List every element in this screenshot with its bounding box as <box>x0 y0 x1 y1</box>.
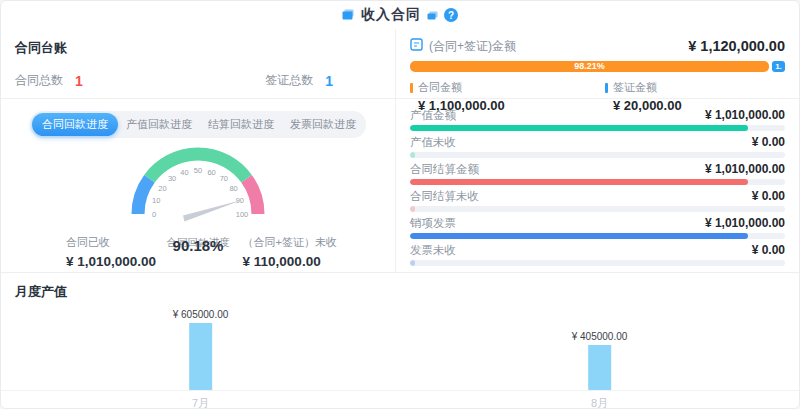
metric-bar-track <box>410 179 785 185</box>
amount-stacked-bar: 98.21% 1. <box>410 61 785 72</box>
received-label: 合同已收 <box>66 235 156 250</box>
page-title: 收入合同 <box>361 6 421 24</box>
contract-total-value: 1 <box>75 73 83 89</box>
contract-amount-pct: 98.21% <box>574 62 605 71</box>
metric-bar-fill <box>410 179 748 185</box>
ledger-title: 合同台账 <box>15 39 381 57</box>
contract-total: 合同总数 1 <box>15 72 83 89</box>
bar-column: ¥ 605000.007月 <box>173 302 229 409</box>
contract-ledger-panel: 合同台账 合同总数 1 签证总数 1 合同回款进度产值回款进度结算回款进度发票回… <box>1 29 396 272</box>
orange-chip-icon <box>410 83 413 93</box>
metric-bar-track <box>410 260 785 266</box>
top-section: 合同台账 合同总数 1 签证总数 1 合同回款进度产值回款进度结算回款进度发票回… <box>1 29 799 273</box>
gauge-tick-label: 100 <box>236 210 249 219</box>
metric-row: 合同结算金额¥ 1,010,000.00 <box>410 163 785 185</box>
bar[interactable] <box>189 323 212 390</box>
tab-2[interactable]: 结算回款进度 <box>200 113 282 136</box>
gauge-tick-label: 60 <box>207 168 215 177</box>
metric-value: ¥ 0.00 <box>752 136 785 149</box>
progress-tabs: 合同回款进度产值回款进度结算回款进度发票回款进度 <box>30 111 366 138</box>
metric-bar-fill <box>410 125 748 131</box>
gauge-tick-label: 40 <box>180 168 188 177</box>
contract-amount-segment: 98.21% <box>410 61 769 72</box>
metrics-list: 产值金额¥ 1,010,000.00产值未收¥ 0.00合同结算金额¥ 1,01… <box>396 99 799 266</box>
ledger-counts: 合同总数 1 签证总数 1 <box>15 72 381 89</box>
metric-value: ¥ 1,010,000.00 <box>705 109 785 122</box>
metric-label: 销项发票 <box>410 217 456 230</box>
received-value: ¥ 1,010,000.00 <box>66 254 156 269</box>
progress-tabs-row: 合同回款进度产值回款进度结算回款进度发票回款进度 <box>1 111 395 138</box>
gauge-tick-label: 0 <box>152 210 156 219</box>
metric-value: ¥ 1,010,000.00 <box>705 217 785 230</box>
metric-bar-track <box>410 206 785 212</box>
metric-label: 产值未收 <box>410 136 456 149</box>
metric-row: 产值未收¥ 0.00 <box>410 136 785 158</box>
metric-label: 产值金额 <box>410 109 456 122</box>
amount-summary-title: (合同+签证)金额 <box>429 38 516 55</box>
unreceived-value: ¥ 110,000.00 <box>243 254 337 269</box>
bar-value-label: ¥ 405000.00 <box>572 331 628 342</box>
ledger-summary: 合同台账 合同总数 1 签证总数 1 <box>1 29 395 99</box>
unreceived-block: （合同+签证）未收 ¥ 110,000.00 <box>243 235 337 269</box>
metric-bar-track <box>410 125 785 131</box>
metric-bar-fill <box>410 233 748 239</box>
amount-panel: (合同+签证)金额 ¥ 1,120,000.00 98.21% 1. 合同金额 <box>396 29 799 272</box>
bar-category-label: 8月 <box>591 390 608 409</box>
bar[interactable] <box>588 345 611 390</box>
metric-bar-track <box>410 152 785 158</box>
legend-visa-value: ¥ 20,000.00 <box>613 98 682 113</box>
legend-visa-amount: 签证金额 ¥ 20,000.00 <box>605 80 682 113</box>
metric-label: 合同结算未收 <box>410 190 479 203</box>
metric-label: 合同结算金额 <box>410 163 479 176</box>
blue-chip-icon <box>605 83 608 93</box>
metric-row: 销项发票¥ 1,010,000.00 <box>410 217 785 239</box>
metric-bar-fill <box>410 206 415 212</box>
gauge-footnotes: 合同已收 ¥ 1,010,000.00 （合同+签证）未收 ¥ 110,000.… <box>1 235 395 269</box>
stack-icon <box>427 6 438 24</box>
metric-value: ¥ 0.00 <box>752 190 785 203</box>
tab-0[interactable]: 合同回款进度 <box>32 113 118 136</box>
amount-summary-total: ¥ 1,120,000.00 <box>688 38 785 54</box>
income-contract-dashboard: 收入合同 ? 合同台账 合同总数 1 签证总数 1 <box>0 0 800 409</box>
folder-icon <box>342 6 355 24</box>
received-block: 合同已收 ¥ 1,010,000.00 <box>66 235 156 269</box>
gauge-tick-label: 30 <box>168 174 176 183</box>
bar-column: ¥ 405000.008月 <box>572 302 628 409</box>
gauge-tick-label: 80 <box>229 184 237 193</box>
document-icon <box>410 37 423 55</box>
chart-baseline <box>1 390 799 391</box>
gauge-tick-label: 90 <box>236 196 244 205</box>
gauge-segment <box>138 179 149 214</box>
bar-category-label: 7月 <box>192 390 209 409</box>
contract-total-label: 合同总数 <box>15 72 63 89</box>
gauge-tick-label: 20 <box>158 184 166 193</box>
metric-bar-fill <box>410 152 415 158</box>
metric-value: ¥ 0.00 <box>752 244 785 257</box>
visa-amount-segment: 1. <box>772 61 785 72</box>
tab-3[interactable]: 发票回款进度 <box>282 113 364 136</box>
amount-summary: (合同+签证)金额 ¥ 1,120,000.00 98.21% 1. 合同金额 <box>396 29 799 99</box>
gauge-tick-label: 10 <box>152 196 160 205</box>
metric-row: 发票未收¥ 0.00 <box>410 244 785 266</box>
tab-1[interactable]: 产值回款进度 <box>118 113 200 136</box>
metric-row: 合同结算未收¥ 0.00 <box>410 190 785 212</box>
metric-label: 发票未收 <box>410 244 456 257</box>
collection-progress-section: 合同回款进度产值回款进度结算回款进度发票回款进度 合同回款进度 01020304… <box>1 111 395 284</box>
gauge-needle <box>183 200 243 222</box>
amount-summary-header: (合同+签证)金额 ¥ 1,120,000.00 <box>410 37 785 55</box>
page-header: 收入合同 ? <box>1 1 799 29</box>
help-icon[interactable]: ? <box>444 8 458 22</box>
legend-contract-label: 合同金额 <box>418 80 462 95</box>
metric-bar-track <box>410 233 785 239</box>
unreceived-label: （合同+签证）未收 <box>243 235 337 250</box>
bar-value-label: ¥ 605000.00 <box>173 309 229 320</box>
gauge-tick-label: 70 <box>220 174 228 183</box>
metric-value: ¥ 1,010,000.00 <box>705 163 785 176</box>
legend-visa-label: 签证金额 <box>613 80 657 95</box>
visa-total: 签证总数 1 <box>265 72 333 89</box>
monthly-output-section: 月度产值 ¥ 605000.007月¥ 405000.008月 <box>1 273 799 409</box>
visa-total-label: 签证总数 <box>265 72 313 89</box>
visa-total-value: 1 <box>325 73 333 89</box>
metric-bar-fill <box>410 260 415 266</box>
monthly-chart: ¥ 605000.007月¥ 405000.008月 <box>1 302 799 409</box>
